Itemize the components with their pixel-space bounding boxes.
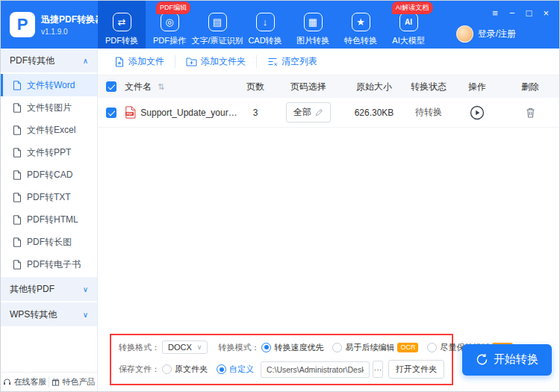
sidebar-item-label: PDF转长图 [27,236,72,249]
start-convert-label: 开始转换 [494,352,538,367]
file-name: Support_Update_your_Dev [140,108,238,118]
radio-icon [427,343,437,352]
maximize-icon[interactable]: □ [526,8,532,18]
col-header-size: 原始大小 [344,81,404,93]
tab-label: PDF操作 [153,35,186,46]
add-folder-button[interactable]: 添加文件夹 [175,55,256,68]
main-panel: 添加文件 添加文件夹 清空列表 文件名 ⇅ 页数 页码选择 [98,49,559,391]
format-mode-row: 转换格式： DOCX ∨ 转换模式： 转换速度优先 易于后续编辑 [119,340,444,354]
radio-icon [217,364,226,374]
featured-products-button[interactable]: 特色产品 [49,376,97,388]
save-label: 保存文件： [119,364,160,375]
app-window: P 迅捷PDF转换器 v1.1.9.0 ⇄ PDF转换 PDF编辑 ◎ PDF操… [0,0,560,392]
save-custom-radio[interactable]: 自定义 [217,364,254,375]
sidebar-item-pdf-to-long-image[interactable]: PDF转长图 [1,231,97,253]
logo-text: 迅捷PDF转换器 v1.1.9.0 [41,13,104,36]
save-location-row: 保存文件： 原文件夹 自定义 ··· 打开文件夹 [119,360,444,379]
add-file-icon [114,57,125,67]
file-size: 626.30KB [344,108,404,118]
sidebar-group-wps-to-other[interactable]: WPS转其他 ∨ [1,302,97,326]
tab-label: 特色转换 [344,35,377,46]
start-convert-button[interactable]: 开始转换 [462,344,552,376]
tab-pdf-operate[interactable]: PDF编辑 ◎ PDF操作 [146,1,193,49]
add-file-button[interactable]: 添加文件 [104,55,175,68]
group-label: WPS转其他 [10,308,57,321]
clear-list-button[interactable]: 清空列表 [256,55,328,68]
group-label: PDF转其他 [10,55,55,67]
sidebar-item-pdf-to-txt[interactable]: PDF转TXT [1,186,97,208]
logo-area: P 迅捷PDF转换器 v1.1.9.0 [1,1,98,49]
radio-icon [261,343,271,352]
tab-label: AI大模型 [392,35,424,46]
sidebar-item-file-to-image[interactable]: 文件转图片 [1,96,97,119]
login-label: 登录/注册 [478,28,516,40]
tab-ai-model[interactable]: AI解读文档 AI AI大模型 [385,1,432,49]
id-card-icon: ▤ [208,13,227,31]
table-header-row: 文件名 ⇅ 页数 页码选择 原始大小 转换状态 操作 删除 [98,75,559,98]
sidebar-item-label: PDF转CAD [27,169,72,181]
tab-feature-convert[interactable]: ★ 特色转换 [337,1,385,49]
file-icon [13,260,22,270]
close-icon[interactable]: × [543,8,549,18]
tab-label: 图片转换 [296,35,329,46]
star-icon: ★ [352,13,370,31]
login-button[interactable]: 登录/注册 [456,25,516,43]
col-header-action: 操作 [453,81,501,93]
mode-edit-radio[interactable]: 易于后续编辑 OCR [332,342,418,353]
page-select-button[interactable]: 全部 [286,102,331,122]
online-service-button[interactable]: 在线客服 [1,376,49,388]
sidebar-group-pdf-to-other[interactable]: PDF转其他 ∧ [1,49,97,72]
sidebar-item-pdf-to-ebook[interactable]: PDF转电子书 [1,253,97,276]
sidebar-item-label: PDF转HTML [27,214,78,226]
mode-speed-radio[interactable]: 转换速度优先 [261,342,323,353]
sidebar-item-label: 文件转图片 [27,102,72,114]
menu-icon[interactable]: ≡ [492,8,498,18]
group-label: 其他转PDF [10,283,55,296]
top-right-area: ≡ − □ × 登录/注册 [446,1,559,49]
sidebar-item-label: 文件转Excel [27,124,75,137]
top-bar: P 迅捷PDF转换器 v1.1.9.0 ⇄ PDF转换 PDF编辑 ◎ PDF操… [1,1,559,49]
sidebar-footer: 在线客服 特色产品 [1,372,97,391]
tab-label: PDF转换 [105,35,138,46]
sort-icon[interactable]: ⇅ [158,82,164,92]
format-select[interactable]: DOCX ∨ [162,340,208,354]
chevron-up-icon: ∧ [83,57,88,65]
format-label: 转换格式： [119,342,160,353]
tab-label: 文字/票证识别 [191,35,243,46]
format-value: DOCX [168,343,192,352]
trash-icon [526,108,535,118]
edit-icon [315,108,323,116]
save-path-input[interactable] [261,361,370,378]
sidebar-item-file-to-ppt[interactable]: 文件转PPT [1,141,97,164]
tab-text-ocr[interactable]: ▤ 文字/票证识别 [193,1,241,49]
operate-icon: ◎ [161,13,179,31]
file-icon [13,125,22,135]
save-original-radio[interactable]: 原文件夹 [162,364,208,375]
col-header-delete: 删除 [501,81,559,93]
gift-icon [52,378,60,386]
open-folder-button[interactable]: 打开文件夹 [388,360,444,379]
sidebar-group-other-to-pdf[interactable]: 其他转PDF ∨ [1,277,97,301]
tab-cad-convert[interactable]: ↓ CAD转换 [241,1,289,49]
sidebar-item-pdf-to-cad[interactable]: PDF转CAD [1,164,97,186]
select-all-checkbox[interactable] [106,81,116,92]
sidebar-item-pdf-to-html[interactable]: PDF转HTML [1,208,97,231]
file-icon [13,148,22,158]
file-icon [13,103,22,113]
sidebar-item-file-to-excel[interactable]: 文件转Excel [1,119,97,141]
row-checkbox[interactable] [106,108,116,118]
pdf-edit-badge: PDF编辑 [156,1,190,14]
start-row-convert-button[interactable] [470,105,485,120]
page-count: 3 [238,108,273,118]
minimize-icon[interactable]: − [509,8,515,18]
add-file-label: 添加文件 [128,55,164,68]
sidebar-item-file-to-word[interactable]: 文件转Word [1,74,97,96]
delete-row-button[interactable] [526,108,535,118]
tab-image-convert[interactable]: ▦ 图片转换 [289,1,337,49]
tab-pdf-convert[interactable]: ⇄ PDF转换 [98,1,146,49]
page-select-value: 全部 [293,106,311,119]
browse-path-button[interactable]: ··· [373,361,383,378]
table-row: PDF Support_Update_your_Dev 3 全部 626.30K… [98,98,559,128]
app-version: v1.1.9.0 [41,28,104,36]
file-icon [13,237,22,247]
